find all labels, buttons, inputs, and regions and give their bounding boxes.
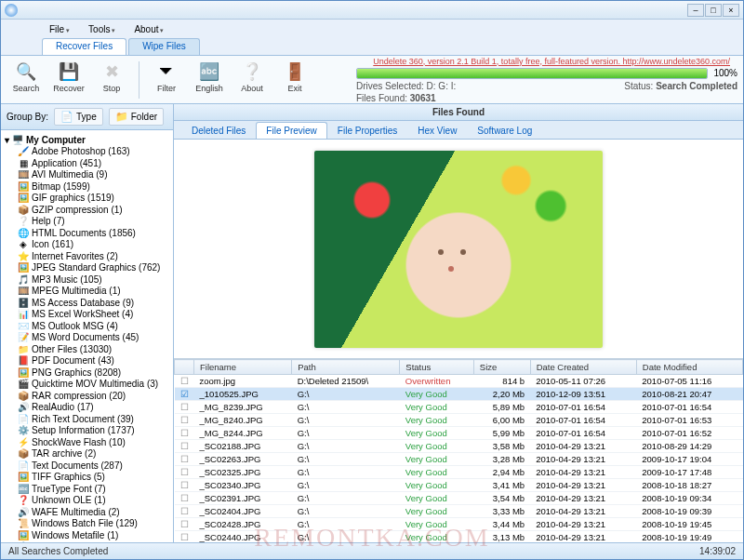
tree-item[interactable]: 📊MS Excel WorkSheet (4): [3, 309, 171, 321]
table-row[interactable]: _SC02440.JPG G:\ Very Good 3,13 Mb 2010-…: [175, 531, 743, 543]
tree-item[interactable]: 🖼️Bitmap (1599): [3, 181, 171, 193]
col-path[interactable]: Path: [292, 360, 400, 375]
tree-item[interactable]: ✉️MS Outlook MSG (4): [3, 321, 171, 333]
col-filename[interactable]: Filename: [194, 360, 292, 375]
cell-status: Very Good: [400, 453, 473, 466]
tree-item[interactable]: 📜Windows Batch File (129): [3, 518, 171, 530]
minimize-button[interactable]: –: [687, 4, 704, 17]
about-button[interactable]: ❔About: [232, 60, 272, 100]
table-row[interactable]: _SC02263.JPG G:\ Very Good 3,28 Mb 2010-…: [175, 453, 743, 466]
col-created[interactable]: Date Created: [530, 360, 636, 375]
cell-size: 3,54 Mb: [473, 492, 530, 505]
tree-item[interactable]: 🖌️Adobe Photoshop (163): [3, 146, 171, 158]
tree-item[interactable]: 🖼️JPEG Standard Graphics (762): [3, 262, 171, 274]
row-checkbox[interactable]: [175, 505, 194, 518]
tab-deleted-files[interactable]: Deleted Files: [181, 122, 256, 139]
tree-item[interactable]: 🎬Quicktime MOV Multimedia (3): [3, 379, 171, 391]
tree-item[interactable]: 🖼️PNG Graphics (8208): [3, 367, 171, 380]
tab-wipe-files[interactable]: Wipe Files: [128, 38, 200, 55]
col-size[interactable]: Size: [473, 360, 530, 375]
tree-item[interactable]: 🌐HTML Documents (1856): [3, 228, 171, 240]
tree-item[interactable]: 🎞️AVI Multimedia (9): [3, 169, 171, 181]
tree-item[interactable]: 📦GZIP compression (1): [3, 205, 171, 217]
tree-item[interactable]: 📕PDF Document (43): [3, 355, 171, 367]
promo-link[interactable]: Undelete 360, version 2.1 Build 1, total…: [356, 57, 737, 66]
row-checkbox[interactable]: [175, 414, 194, 427]
table-row[interactable]: _SC02391.JPG G:\ Very Good 3,54 Mb 2010-…: [175, 492, 743, 505]
row-checkbox[interactable]: [175, 401, 194, 414]
tree-item[interactable]: 📄Text Documents (287): [3, 460, 171, 473]
row-checkbox[interactable]: [175, 518, 194, 531]
tree-item[interactable]: ⭐Internet Favorites (2): [3, 251, 171, 263]
tab-hex-view[interactable]: Hex View: [407, 122, 467, 139]
group-by-type-button[interactable]: 📄Type: [54, 108, 103, 126]
close-button[interactable]: ×: [723, 4, 739, 17]
stop-button[interactable]: ✖Stop: [92, 60, 131, 100]
tab-file-properties[interactable]: File Properties: [327, 122, 407, 139]
filter-button[interactable]: ⏷Filter: [147, 60, 186, 100]
row-checkbox[interactable]: [175, 440, 194, 453]
tree-item[interactable]: 🎵MP3 Music (105): [3, 274, 171, 287]
expand-icon[interactable]: ▾: [5, 135, 9, 145]
tree-item[interactable]: ⚡ShockWave Flash (10): [3, 437, 171, 449]
recover-button[interactable]: 💾Recover: [49, 60, 88, 100]
tab-file-preview[interactable]: File Preview: [256, 122, 326, 139]
tree-item[interactable]: ▦Application (451): [3, 158, 171, 170]
tree-item[interactable]: ❔Help (7): [3, 216, 171, 228]
table-row[interactable]: _MG_8240.JPG G:\ Very Good 6,00 Mb 2010-…: [175, 414, 743, 427]
maximize-button[interactable]: □: [705, 4, 722, 17]
table-row[interactable]: _SC02325.JPG G:\ Very Good 2,94 Mb 2010-…: [175, 466, 743, 479]
table-row[interactable]: _SC02340.JPG G:\ Very Good 3,41 Mb 2010-…: [175, 479, 743, 492]
table-row[interactable]: _1010525.JPG G:\ Very Good 2,20 Mb 2010-…: [175, 388, 743, 401]
file-grid[interactable]: Filename Path Status Size Date Created D…: [174, 358, 743, 542]
row-checkbox[interactable]: [175, 375, 194, 388]
table-row[interactable]: _SC02188.JPG G:\ Very Good 3,58 Mb 2010-…: [175, 440, 743, 453]
tree-item[interactable]: 🎞️MPEG Multimedia (1): [3, 286, 171, 298]
table-row[interactable]: _SC02404.JPG G:\ Very Good 3,33 Mb 2010-…: [175, 505, 743, 518]
tree-item-label: TrueType Font (7): [32, 484, 106, 496]
row-checkbox[interactable]: [175, 427, 194, 440]
category-tree[interactable]: ▾🖥️My Computer 🖌️Adobe Photoshop (163)▦A…: [1, 130, 173, 542]
row-checkbox[interactable]: [175, 466, 194, 479]
tree-item[interactable]: 📦RAR compression (20): [3, 391, 171, 403]
tree-item[interactable]: 📝MS Word Documents (45): [3, 332, 171, 344]
tree-item-label: Application (451): [32, 158, 101, 170]
table-row[interactable]: _SC02428.JPG G:\ Very Good 3,44 Mb 2010-…: [175, 518, 743, 531]
menu-file[interactable]: File: [42, 23, 77, 35]
menu-tools[interactable]: Tools: [81, 23, 123, 35]
row-checkbox[interactable]: [175, 531, 194, 543]
tree-item[interactable]: 🔊WAFE Multimedia (2): [3, 507, 171, 519]
menu-about[interactable]: About: [126, 23, 171, 35]
col-status[interactable]: Status: [400, 360, 473, 375]
tree-item[interactable]: 📁Other Files (13030): [3, 344, 171, 356]
tree-item[interactable]: 🔤TrueType Font (7): [3, 484, 171, 496]
filetype-icon: 🖼️: [18, 193, 29, 204]
tree-item[interactable]: 🗄️MS Access Database (9): [3, 298, 171, 310]
table-row[interactable]: zoom.jpg D:\Deleted 21509\ Overwritten 8…: [175, 375, 743, 388]
tab-software-log[interactable]: Software Log: [467, 122, 542, 139]
search-button[interactable]: 🔍Search: [7, 60, 46, 100]
tree-item[interactable]: ◈Icon (161): [3, 239, 171, 251]
table-row[interactable]: _MG_8239.JPG G:\ Very Good 5,89 Mb 2010-…: [175, 401, 743, 414]
tree-item[interactable]: 📄Rich Text Document (39): [3, 414, 171, 426]
tree-item[interactable]: 🖼️Windows Metafile (1): [3, 530, 171, 542]
group-by-folder-button[interactable]: 📁Folder: [109, 108, 164, 126]
col-modified[interactable]: Date Modified: [636, 360, 742, 375]
tree-item[interactable]: 🔊RealAudio (17): [3, 402, 171, 414]
row-checkbox[interactable]: [175, 479, 194, 492]
tree-item[interactable]: ❓Unknown OLE (1): [3, 495, 171, 507]
tree-root[interactable]: ▾🖥️My Computer: [3, 134, 171, 146]
tab-recover-files[interactable]: Recover Files: [42, 38, 126, 55]
tree-item[interactable]: 🖼️TIFF Graphics (5): [3, 472, 171, 484]
language-button[interactable]: 🔤English: [190, 60, 229, 100]
tree-item[interactable]: 🖼️GIF graphics (1519): [3, 193, 171, 205]
filetype-icon: 🖼️: [18, 530, 29, 541]
row-checkbox[interactable]: [175, 492, 194, 505]
tree-item[interactable]: 📦TAR archive (2): [3, 448, 171, 460]
table-row[interactable]: _MG_8244.JPG G:\ Very Good 5,99 Mb 2010-…: [175, 427, 743, 440]
row-checkbox[interactable]: [175, 388, 194, 401]
exit-button[interactable]: 🚪Exit: [275, 60, 314, 100]
tree-item[interactable]: ⚙️Setup Information (1737): [3, 425, 171, 437]
row-checkbox[interactable]: [175, 453, 194, 466]
cell-status: Overwritten: [400, 375, 473, 388]
